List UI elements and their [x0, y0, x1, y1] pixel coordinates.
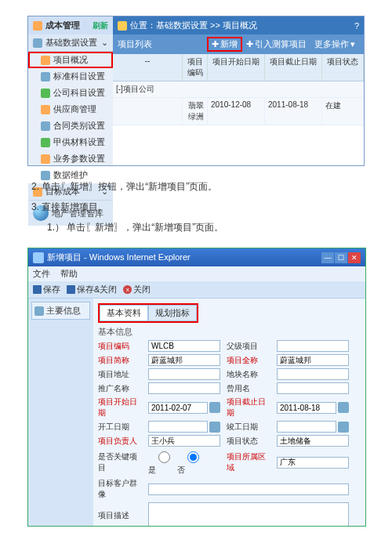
folder-icon: [33, 38, 42, 48]
menubar: 文件 帮助: [28, 266, 365, 281]
parent-input[interactable]: [277, 340, 349, 352]
minimize-button[interactable]: —: [321, 252, 334, 263]
calendar-icon[interactable]: [209, 422, 220, 433]
home-icon: [118, 21, 127, 31]
chevron-icon: ⌄: [101, 38, 108, 48]
app-title: 成本管理 刷新: [28, 16, 113, 34]
plot-input[interactable]: [277, 368, 349, 380]
key-no-radio[interactable]: [181, 451, 205, 463]
disk-icon: [33, 285, 42, 294]
import-button[interactable]: ✚ 引入测算项目: [242, 38, 310, 51]
status-input[interactable]: [277, 435, 349, 447]
window-titlebar: 新增项目 - Windows Internet Explorer — ☐ ✕: [28, 248, 365, 266]
tab-plan[interactable]: 规划指标: [148, 305, 197, 321]
sidebar: 成本管理 刷新 基础数据设置⌄ 项目概况 标准科目设置 公司科目设置 供应商管理…: [28, 16, 113, 165]
maximize-button[interactable]: ☐: [335, 252, 347, 263]
close-button[interactable]: ✕: [348, 252, 361, 263]
save-close-button[interactable]: 保存&关闭: [67, 284, 117, 295]
list-toolbar: 项目列表 ✚ 新增 ✚ 引入测算项目 更多操作 ▾: [113, 34, 364, 54]
table-group-row[interactable]: [-]项目公司: [113, 81, 364, 98]
doc-icon: [41, 72, 50, 81]
sidebar-item-material[interactable]: 甲供材料设置: [28, 134, 113, 150]
disk-icon: [67, 285, 75, 294]
doc-icon: [41, 105, 50, 114]
close-button[interactable]: x关闭: [123, 284, 151, 295]
dialog-nav: 主要信息: [28, 299, 93, 526]
sidebar-item-contract-type[interactable]: 合同类别设置: [28, 118, 113, 134]
form-area: 基本资料 规划指标 基本信息 项目编码 父级项目 项目简称 项目全称 项目地址 …: [93, 299, 365, 526]
code-input[interactable]: [148, 340, 220, 352]
form-grid: 项目编码 父级项目 项目简称 项目全称 项目地址 地块名称 推广名称 曾用名 项…: [98, 340, 361, 526]
close-icon: x: [123, 285, 132, 294]
doc-icon: [41, 121, 50, 131]
name-input[interactable]: [148, 354, 220, 366]
key-radio-group: 是否: [148, 449, 220, 476]
sidebar-item-biz-param[interactable]: 业务参数设置: [28, 150, 113, 167]
doc-icon: [41, 154, 50, 164]
start-date-input[interactable]: [148, 402, 208, 414]
calendar-icon[interactable]: [209, 402, 220, 413]
build-end-input[interactable]: [277, 421, 336, 433]
help-icon[interactable]: ?: [354, 21, 359, 31]
app-icon: [33, 21, 42, 31]
promo-input[interactable]: [148, 382, 220, 394]
doc-icon: [41, 89, 50, 98]
doc-icon: [41, 56, 50, 65]
more-button[interactable]: 更多操作 ▾: [310, 38, 359, 51]
sidebar-item-supplier[interactable]: 供应商管理: [28, 101, 113, 118]
ie-icon: [33, 252, 44, 263]
table-row[interactable]: 翡翠绿洲 2010-12-08 2011-08-18 在建: [113, 98, 364, 125]
fullname-input[interactable]: [277, 354, 349, 366]
alias-input[interactable]: [277, 382, 349, 394]
sidebar-item-company-subject[interactable]: 公司科目设置: [28, 85, 113, 101]
table-header: -- 项目编码 项目开始日期 项目截止日期 项目状态: [113, 54, 364, 81]
nav-main-info[interactable]: 主要信息: [31, 302, 90, 320]
calendar-icon[interactable]: [338, 422, 349, 433]
save-button[interactable]: 保存: [33, 284, 60, 295]
calendar-icon[interactable]: [338, 402, 349, 413]
fieldset-title: 基本信息: [98, 326, 361, 338]
dialog-toolbar: 保存 保存&关闭 x关闭: [28, 281, 365, 299]
main-panel: 位置：基础数据设置 >> 项目概况? 项目列表 ✚ 新增 ✚ 引入测算项目 更多…: [113, 16, 364, 165]
menu-file[interactable]: 文件: [33, 269, 50, 278]
screenshot-dialog: 新增项目 - Windows Internet Explorer — ☐ ✕ 文…: [27, 248, 366, 527]
refresh-link[interactable]: 刷新: [93, 20, 108, 31]
customer-input[interactable]: [148, 483, 349, 495]
desc-textarea[interactable]: [148, 502, 349, 526]
key-yes-radio[interactable]: [152, 451, 176, 463]
menu-help[interactable]: 帮助: [60, 269, 78, 278]
build-start-input[interactable]: [148, 421, 208, 433]
owner-input[interactable]: [148, 435, 220, 447]
screenshot-tree-panel: 成本管理 刷新 基础数据设置⌄ 项目概况 标准科目设置 公司科目设置 供应商管理…: [27, 16, 365, 166]
breadcrumb: 位置：基础数据设置 >> 项目概况?: [113, 16, 364, 34]
doc-icon: [34, 306, 44, 316]
list-title: 项目列表: [118, 38, 152, 50]
end-date-input[interactable]: [277, 402, 336, 414]
doc-icon: [41, 138, 50, 147]
window-title: 新增项目 - Windows Internet Explorer: [47, 252, 191, 263]
sidebar-item-std-subject[interactable]: 标准科目设置: [28, 68, 113, 85]
app-title-text: 成本管理: [45, 20, 80, 31]
region-input[interactable]: [277, 457, 349, 469]
addr-input[interactable]: [148, 368, 220, 380]
sidebar-item-project-overview[interactable]: 项目概况: [28, 52, 113, 68]
tab-strip: 基本资料 规划指标: [98, 303, 198, 323]
section-base-data[interactable]: 基础数据设置⌄: [28, 34, 113, 52]
new-button[interactable]: ✚ 新增: [207, 37, 242, 52]
tab-basic[interactable]: 基本资料: [100, 305, 148, 321]
instruction-text: 2. 单击〖新增〗按钮，弹出“新增项目”页面。 3. 直接新增项目。 1.） 单…: [27, 166, 365, 248]
